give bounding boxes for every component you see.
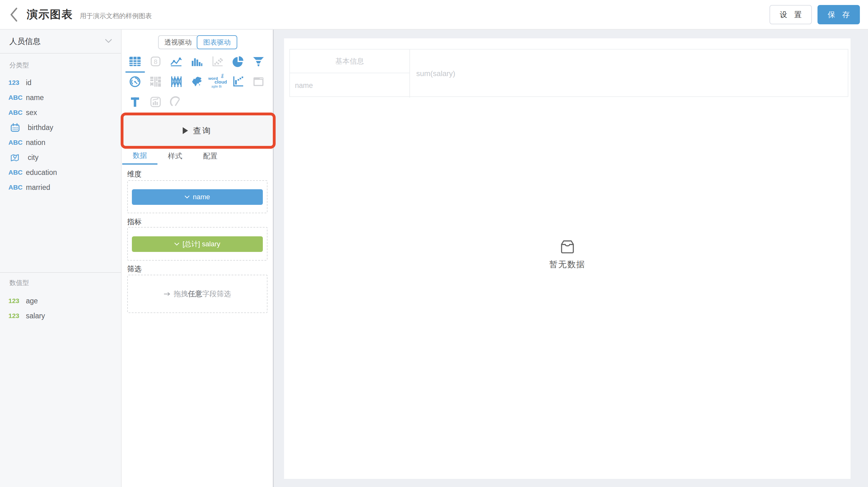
- chart-type-text[interactable]: [125, 94, 145, 110]
- chart-type-wordcloud[interactable]: word tag cloud agile Bi: [207, 73, 227, 90]
- dataset-selector[interactable]: 人员信息: [0, 30, 121, 54]
- chart-type-bar[interactable]: [186, 53, 207, 69]
- iframe-icon: [252, 75, 265, 88]
- chart-type-gauge[interactable]: [166, 94, 186, 110]
- field-name[interactable]: ABC name: [0, 90, 121, 105]
- chart-type-map[interactable]: [186, 73, 207, 90]
- number-type-icon: 123: [8, 297, 25, 305]
- categorical-section-label: 分类型: [9, 61, 29, 69]
- scatter-chart-icon: [211, 55, 224, 68]
- text-type-icon: ABC: [8, 169, 25, 176]
- numeric-section-label: 数值型: [9, 278, 29, 287]
- page-title: 演示图表: [27, 7, 73, 22]
- field-salary[interactable]: 123 salary: [0, 308, 121, 323]
- chart-type-iframe[interactable]: [248, 73, 269, 90]
- field-city[interactable]: city: [0, 150, 121, 165]
- selected-chart-underline: [125, 71, 145, 73]
- chart-type-parallel[interactable]: [166, 73, 186, 90]
- chart-type-line[interactable]: [166, 53, 186, 69]
- arrow-right-icon: [164, 292, 170, 296]
- number-type-icon: 123: [8, 312, 25, 319]
- preview-table: 基本信息 name sum(salary): [289, 49, 848, 97]
- wordcloud-chart-icon: word tag cloud agile Bi: [208, 74, 227, 90]
- chart-type-radar[interactable]: [125, 73, 145, 90]
- map-chart-icon: [190, 75, 204, 88]
- pie-chart-icon: [231, 55, 244, 68]
- chart-type-kpi-card[interactable]: 8: [145, 53, 166, 69]
- tab-config[interactable]: 配置: [193, 148, 228, 164]
- empty-state: 暂无数据: [549, 239, 586, 270]
- chart-driven-tab[interactable]: 图表驱动: [197, 35, 237, 49]
- timeline-chart-icon: [231, 75, 244, 88]
- parallel-chart-icon: [169, 75, 183, 88]
- gauge-chart-icon: [169, 96, 183, 108]
- field-education[interactable]: ABC education: [0, 165, 121, 180]
- chart-type-mixed[interactable]: [145, 94, 166, 110]
- chart-canvas: 基本信息 name sum(salary) 暂无数据: [284, 38, 850, 479]
- funnel-chart-icon: [252, 55, 265, 68]
- filter-hint: 拖拽任意字段筛选: [128, 275, 267, 312]
- page-subtitle: 用于演示文档的样例图表: [80, 9, 152, 20]
- text-type-icon: ABC: [8, 184, 25, 191]
- dataset-sidebar: 人员信息 分类型 123 id ABC name ABC sex: [0, 30, 122, 487]
- radar-chart-icon: [128, 75, 142, 88]
- chart-type-pie[interactable]: [227, 53, 248, 69]
- panel-tabs: 数据 样式 配置: [122, 148, 228, 164]
- field-married[interactable]: ABC married: [0, 180, 121, 195]
- number-type-icon: 123: [8, 79, 25, 86]
- svg-text:8: 8: [154, 58, 157, 65]
- empty-text: 暂无数据: [549, 259, 586, 270]
- metric-drop-zone[interactable]: [总计] salary: [127, 227, 268, 261]
- chart-type-table[interactable]: [125, 53, 145, 69]
- chart-config-panel: 透视驱动 图表驱动 8: [122, 30, 273, 487]
- metric-label: 指标: [127, 217, 142, 227]
- header-actions: 设 置 保 存: [770, 5, 860, 24]
- location-icon: [8, 153, 27, 162]
- line-chart-icon: [169, 55, 183, 68]
- crosstab-icon: [149, 75, 162, 88]
- text-icon: [128, 96, 142, 108]
- pivot-driven-tab[interactable]: 透视驱动: [158, 35, 197, 49]
- tab-data[interactable]: 数据: [122, 148, 157, 164]
- chart-type-scatter[interactable]: [207, 53, 227, 69]
- chart-type-timeline[interactable]: [227, 73, 248, 90]
- metric-pill[interactable]: [总计] salary: [132, 236, 263, 252]
- query-button[interactable]: 查询: [122, 115, 273, 147]
- table-row-header: name: [290, 73, 410, 98]
- chevron-down-icon: [105, 39, 112, 44]
- header: 演示图表 用于演示文档的样例图表 设 置 保 存: [0, 0, 868, 30]
- categorical-field-list: 123 id ABC name ABC sex birthday ABC nat…: [0, 75, 121, 195]
- save-button[interactable]: 保 存: [817, 5, 860, 24]
- chevron-down-icon: [174, 243, 179, 246]
- play-icon: [183, 127, 188, 134]
- filter-label: 筛选: [127, 264, 142, 274]
- kpi-card-icon: 8: [149, 55, 162, 68]
- chart-type-funnel[interactable]: [248, 53, 269, 69]
- numeric-field-list: 123 age 123 salary: [0, 294, 121, 323]
- field-birthday[interactable]: birthday: [0, 120, 121, 135]
- sidebar-divider: [0, 272, 121, 273]
- dimension-label: 维度: [127, 169, 142, 179]
- dataset-name: 人员信息: [9, 36, 40, 47]
- back-button[interactable]: [6, 5, 21, 24]
- filter-drop-zone[interactable]: 拖拽任意字段筛选: [127, 275, 268, 313]
- chart-type-crosstab[interactable]: [145, 73, 166, 90]
- calendar-icon: [8, 123, 27, 132]
- back-chevron-icon: [9, 7, 18, 22]
- empty-box-icon: [559, 239, 576, 254]
- bar-chart-icon: [190, 55, 203, 68]
- driver-mode-toggle: 透视驱动 图表驱动: [158, 35, 237, 49]
- text-type-icon: ABC: [8, 139, 25, 146]
- settings-button[interactable]: 设 置: [770, 5, 812, 24]
- field-nation[interactable]: ABC nation: [0, 135, 121, 150]
- dimension-drop-zone[interactable]: name: [127, 180, 268, 213]
- field-id[interactable]: 123 id: [0, 75, 121, 90]
- tab-style[interactable]: 样式: [157, 148, 193, 164]
- table-value-header: sum(salary): [410, 50, 848, 98]
- dimension-pill[interactable]: name: [132, 189, 263, 205]
- chart-type-grid: 8: [125, 53, 269, 110]
- field-age[interactable]: 123 age: [0, 294, 121, 308]
- table-chart-icon: [128, 55, 142, 68]
- text-type-icon: ABC: [8, 109, 25, 116]
- field-sex[interactable]: ABC sex: [0, 105, 121, 120]
